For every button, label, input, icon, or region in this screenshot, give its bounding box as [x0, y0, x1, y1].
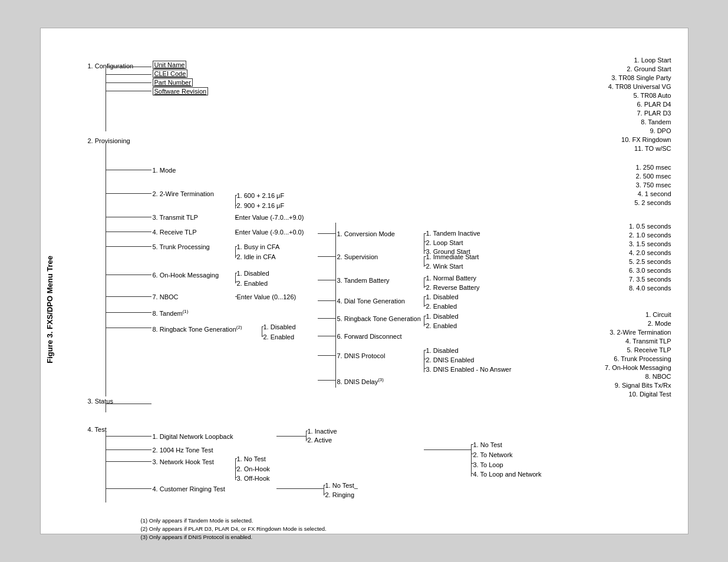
right-col1-item8: 8. Tandem	[641, 118, 671, 125]
conversion-mode-label: 1. Conversion Mode	[337, 230, 395, 237]
net-result-1: 1. No Test	[473, 441, 502, 448]
transmit-tlp-value: Enter Value (-7.0...+9.0)	[235, 214, 304, 221]
rc4-item4: 4. Transmit TLP	[625, 338, 671, 345]
main-content: 1. Configuration Unit Name CLEI Code Par…	[76, 46, 676, 505]
conv-sub2: 2. Loop Start	[426, 239, 463, 246]
right-col1-item7: 7. PLAR D3	[637, 110, 671, 117]
dt-sub1: 1. Disabled	[426, 293, 459, 300]
tb-sub1: 1. Normal Battery	[426, 275, 477, 282]
rc3-item3: 3. 1.5 seconds	[629, 240, 671, 247]
rc4-item10: 10. Digital Test	[629, 391, 671, 398]
rt-sub2: 2. Enabled	[426, 322, 457, 329]
dnis-sub1: 1. Disabled	[426, 347, 459, 354]
test-label: 4. Test	[88, 426, 107, 433]
provisioning-label: 2. Provisioning	[88, 137, 130, 144]
digital-loopback-label: 1. Digital Network Loopback	[153, 433, 233, 440]
trunk-sub2: 2. Idle in CFA	[237, 253, 276, 260]
footnote2: (2) Only appears if PLAR D3, PLAR D4, or…	[141, 525, 327, 532]
rc2-item4: 4. 1 second	[638, 190, 671, 197]
unit-name: Unit Name	[153, 61, 187, 69]
tandem-battery-label: 3. Tandem Battery	[337, 277, 390, 284]
right-col1-item2: 2. Ground Start	[627, 65, 671, 72]
ringing-test-label: 4. Customer Ringing Test	[153, 485, 225, 492]
trunk-sub1: 1. Busy in CFA	[237, 243, 280, 250]
footnote3: (3) Only appears if DNIS Protocol is ena…	[141, 534, 253, 540]
net-result-2: 2. To Network	[473, 451, 513, 458]
rc4-item3: 3. 2-Wire Termination	[610, 329, 671, 336]
transmit-tlp-label: 3. Transmit TLP	[153, 214, 198, 221]
receive-tlp-label: 4. Receive TLP	[153, 229, 197, 236]
ringback-prov-sub1: 1. Disabled	[263, 323, 296, 330]
tb-sub2: 2. Reverse Battery	[426, 284, 480, 291]
rc3-item8: 8. 4.0 seconds	[629, 285, 671, 292]
net-result-3: 3. To Loop	[473, 461, 503, 468]
rc4-item8: 8. NBOC	[645, 373, 671, 380]
page: Figure 3. FXS/DPO Menu Tree 1. Configura…	[40, 28, 689, 534]
rc3-item2: 2. 1.0 seconds	[629, 232, 671, 239]
onhook-sub2: 2. Enabled	[237, 280, 268, 287]
right-col1-item3: 3. TR08 Single Party	[611, 74, 671, 81]
mode-label: 1. Mode	[153, 167, 176, 174]
right-col1-item5: 5. TR08 Auto	[633, 92, 671, 99]
test-active: 2. Active	[308, 437, 332, 444]
2wire-label: 2. 2-Wire Termination	[153, 190, 214, 197]
onhook-sub1: 1. Disabled	[237, 270, 269, 277]
right-col1-item1: 1. Loop Start	[634, 57, 671, 64]
dnis-delay-label: 8. DNIS Delay(3)	[337, 377, 384, 385]
rc2-item5: 5. 2 seconds	[634, 199, 671, 206]
rc3-item6: 6. 3.0 seconds	[629, 267, 671, 274]
rc2-item1: 1. 250 msec	[636, 164, 671, 171]
hook-sub2: 2. On-Hook	[237, 465, 270, 472]
software-revision: Software Revision	[153, 87, 209, 95]
rc4-item1: 1. Circuit	[645, 311, 671, 318]
part-number: Part Number	[153, 78, 193, 87]
rc4-item2: 2. Mode	[648, 320, 671, 327]
rc3-item5: 5. 2.5 seconds	[629, 258, 671, 265]
config-label: 1. Configuration	[88, 62, 134, 70]
diagram: 1. Configuration Unit Name CLEI Code Par…	[76, 46, 677, 505]
sup-sub2: 2. Wink Start	[426, 263, 463, 270]
hook-sub3: 3. Off-Hook	[237, 475, 270, 482]
rc2-item3: 3. 750 msec	[636, 181, 671, 189]
onhook-label: 6. On-Hook Messaging	[153, 272, 219, 279]
2wire-sub1: 1. 600 + 2.16 μF	[237, 192, 285, 199]
right-col1-item6: 6. PLAR D4	[637, 101, 671, 108]
dt-sub2: 2. Enabled	[426, 303, 457, 310]
rc4-item9: 9. Signal Bits Tx/Rx	[615, 382, 671, 389]
ringing-sub2: 2. Ringing	[325, 491, 355, 498]
nboc-value: Enter Value (0...126)	[237, 293, 297, 300]
rc4-item7: 7. On-Hook Messaging	[605, 364, 671, 371]
dnis-label: 7. DNIS Protocol	[337, 352, 386, 359]
right-col1-item4: 4. TR08 Universal VG	[608, 83, 671, 90]
ringback-prov-sub2: 2. Enabled	[263, 333, 295, 340]
ringback-tone-label: 5. Ringback Tone Generation	[337, 315, 421, 322]
dnis-sub3: 3. DNIS Enabled - No Answer	[426, 366, 512, 373]
tandem-label: 8. Tandem(1)	[153, 309, 189, 317]
rt-sub1: 1. Disabled	[426, 313, 459, 320]
ringback-prov-label: 8. Ringback Tone Generation(2)	[153, 325, 242, 333]
trunk-label: 5. Trunk Processing	[153, 243, 210, 250]
nboc-label: 7. NBOC	[153, 293, 179, 300]
test-inactive: 1. Inactive	[308, 428, 337, 435]
rc3-item7: 7. 3.5 seconds	[629, 276, 671, 283]
hook-sub1: 1. No Test	[237, 455, 266, 462]
receive-tlp-value: Enter Value (-9.0...+0.0)	[235, 229, 304, 236]
conv-sub1: 1. Tandem Inactive	[426, 230, 480, 237]
clei-code: CLEI Code	[153, 70, 188, 78]
supervision-label: 2. Supervision	[337, 253, 378, 260]
right-col1-item9: 9. DPO	[650, 127, 671, 134]
dnis-sub2: 2. DNIS Enabled	[426, 356, 475, 363]
rc3-item1: 1. 0.5 seconds	[629, 223, 671, 230]
rc2-item2: 2. 500 msec	[636, 173, 671, 180]
tone-test-label: 2. 1004 Hz Tone Test	[153, 447, 213, 454]
footnote1: (1) Only appears if Tandem Mode is selec…	[141, 517, 253, 524]
sup-sub1: 1. Immediate Start	[426, 253, 479, 260]
dial-tone-label: 4. Dial Tone Generation	[337, 297, 405, 305]
net-result-4: 4. To Loop and Network	[473, 471, 542, 478]
forward-disconnect-label: 6. Forward Disconnect	[337, 333, 402, 340]
rc4-item5: 5. Receive TLP	[627, 346, 671, 353]
2wire-sub2: 2. 900 + 2.16 μF	[237, 202, 285, 209]
right-col1-item10: 10. FX Ringdown	[621, 136, 671, 143]
figure-label: Figure 3. FXS/DPO Menu Tree	[45, 256, 54, 363]
ringing-sub1: 1. No Test_	[325, 482, 358, 489]
